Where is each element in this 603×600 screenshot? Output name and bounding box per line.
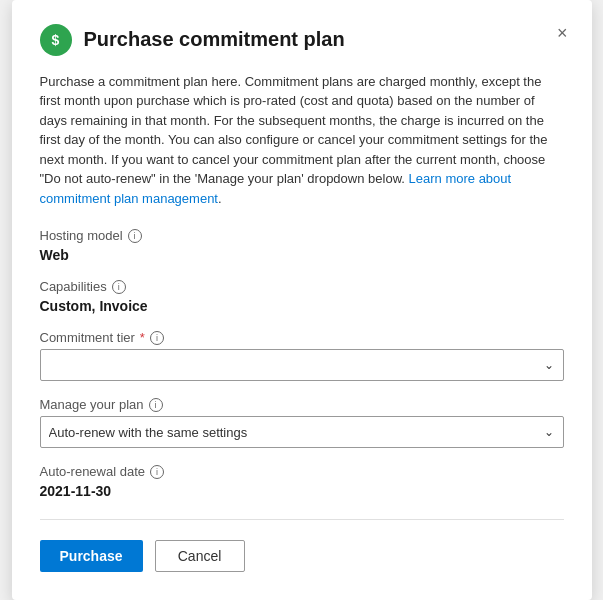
dialog-description: Purchase a commitment plan here. Commitm… — [40, 72, 564, 209]
auto-renewal-date-info-icon[interactable]: i — [150, 465, 164, 479]
hosting-model-value: Web — [40, 247, 564, 263]
manage-plan-field: Manage your plan i Auto-renew with the s… — [40, 397, 564, 448]
manage-plan-select-wrapper: Auto-renew with the same settings Do not… — [40, 416, 564, 448]
hosting-model-info-icon[interactable]: i — [128, 229, 142, 243]
manage-plan-select[interactable]: Auto-renew with the same settings Do not… — [40, 416, 564, 448]
app-icon-symbol: $ — [52, 32, 60, 48]
dialog-title: Purchase commitment plan — [84, 28, 564, 51]
commitment-tier-label: Commitment tier * i — [40, 330, 564, 345]
divider — [40, 519, 564, 520]
manage-plan-label: Manage your plan i — [40, 397, 564, 412]
hosting-model-label: Hosting model i — [40, 228, 564, 243]
purchase-dialog: $ Purchase commitment plan × Purchase a … — [12, 0, 592, 600]
capabilities-info-icon[interactable]: i — [112, 280, 126, 294]
auto-renewal-date-field: Auto-renewal date i 2021-11-30 — [40, 464, 564, 499]
commitment-tier-required: * — [140, 330, 145, 345]
dialog-header: $ Purchase commitment plan × — [40, 24, 564, 56]
cancel-button[interactable]: Cancel — [155, 540, 245, 572]
commitment-tier-field: Commitment tier * i ⌄ — [40, 330, 564, 381]
hosting-model-field: Hosting model i Web — [40, 228, 564, 263]
purchase-button[interactable]: Purchase — [40, 540, 143, 572]
auto-renewal-date-value: 2021-11-30 — [40, 483, 564, 499]
capabilities-value: Custom, Invoice — [40, 298, 564, 314]
manage-plan-info-icon[interactable]: i — [149, 398, 163, 412]
app-icon: $ — [40, 24, 72, 56]
commitment-tier-select[interactable] — [40, 349, 564, 381]
commitment-tier-info-icon[interactable]: i — [150, 331, 164, 345]
capabilities-field: Capabilities i Custom, Invoice — [40, 279, 564, 314]
capabilities-label: Capabilities i — [40, 279, 564, 294]
auto-renewal-date-label: Auto-renewal date i — [40, 464, 564, 479]
commitment-tier-select-wrapper: ⌄ — [40, 349, 564, 381]
button-row: Purchase Cancel — [40, 540, 564, 572]
close-button[interactable]: × — [553, 20, 572, 46]
